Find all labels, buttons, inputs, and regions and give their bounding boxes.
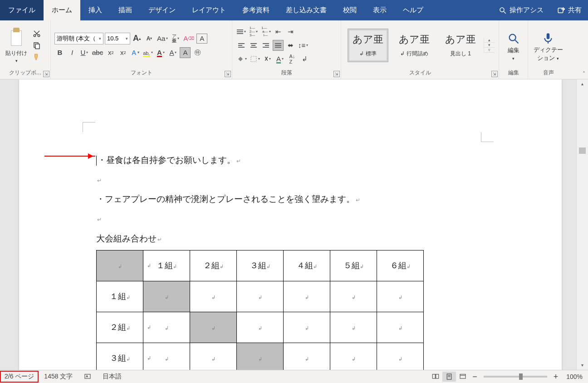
share-label[interactable]: 共有 xyxy=(568,6,582,15)
text-direction-button[interactable]: ☓ xyxy=(262,54,273,64)
tab-review[interactable]: 校閲 xyxy=(335,0,365,20)
proofing-icon[interactable] xyxy=(78,370,97,383)
svg-rect-13 xyxy=(432,374,435,378)
circle-enclose-button[interactable]: ㊕ xyxy=(192,47,203,58)
decrease-indent-button[interactable]: ⇤ xyxy=(273,26,284,37)
style-no-spacing[interactable]: あア亜 ↲ 行間詰め xyxy=(394,29,435,62)
tab-layout[interactable]: レイアウト xyxy=(184,0,234,20)
styles-group-label: スタイル xyxy=(345,68,495,78)
italic-button[interactable]: I xyxy=(67,47,78,58)
paragraph-group-label: 段落 xyxy=(236,68,337,78)
shrink-font-button[interactable]: A▾ xyxy=(144,33,155,44)
distribute-button[interactable]: ⬌ xyxy=(285,40,296,51)
tab-file[interactable]: ファイル xyxy=(0,0,44,20)
numbering-button[interactable]: 1—2—3— xyxy=(248,26,259,37)
editing-button[interactable]: 編集▾ xyxy=(503,29,524,61)
share-icon[interactable] xyxy=(557,6,565,15)
paste-button[interactable]: 貼り付け ▾ xyxy=(4,27,29,64)
document-content[interactable]: ・昼食は各自持参でお願いします。 ・フェアプレーの精神で溌溂とプレーされることを… xyxy=(96,152,494,370)
char-shading-button[interactable]: A xyxy=(167,47,178,58)
superscript-button[interactable]: x2 xyxy=(118,47,128,58)
line-spacing-button[interactable]: ↕≡ xyxy=(297,40,309,51)
zoom-out-button[interactable]: − xyxy=(472,372,477,382)
copy-icon[interactable] xyxy=(32,41,42,50)
zoom-in-button[interactable]: + xyxy=(554,372,559,382)
increase-indent-button[interactable]: ⇥ xyxy=(285,26,296,37)
subscript-button[interactable]: x2 xyxy=(105,47,116,58)
scroll-down-button[interactable]: ▾ xyxy=(577,361,588,370)
align-justify-button[interactable] xyxy=(273,40,284,51)
dictate-button[interactable]: ディクテー ション ▾ xyxy=(532,29,564,62)
underline-button[interactable]: U xyxy=(79,47,90,58)
tab-view[interactable]: 表示 xyxy=(365,0,395,20)
collapse-ribbon-button[interactable]: ˄ xyxy=(583,71,585,77)
bracket-table[interactable]: ↲↲ １組↲ ２組↲ ３組↲ ４組↲ ５組↲ ６組↲ １組↲↲ ↲↲↲↲↲↲ ２… xyxy=(96,250,424,370)
empty-para-2 xyxy=(96,211,494,226)
asian-layout-button[interactable]: A xyxy=(274,54,285,64)
show-marks-button[interactable]: ↲ xyxy=(299,54,310,64)
paste-icon xyxy=(8,28,24,48)
text-effects-button[interactable]: A xyxy=(130,47,141,58)
word-count[interactable]: 1458 文字 xyxy=(39,370,78,383)
svg-rect-18 xyxy=(460,374,466,378)
document-area[interactable]: ・昼食は各自持参でお願いします。 ・フェアプレーの精神で溌溂とプレーされることを… xyxy=(0,79,576,370)
tab-mailings[interactable]: 差し込み文書 xyxy=(278,0,335,20)
zoom-level[interactable]: 100% xyxy=(561,370,588,383)
language-indicator[interactable]: 日本語 xyxy=(97,370,127,383)
page-indicator[interactable]: 2/6 ページ xyxy=(0,371,39,383)
font-size-combo[interactable]: 10.5▾ xyxy=(105,33,130,44)
borders-button[interactable] xyxy=(249,54,261,64)
margin-corner-tr xyxy=(481,132,494,142)
scroll-up-button[interactable]: ▴ xyxy=(577,79,588,88)
table-row: ３組↲↲ ↲↲↲↲↲↲ xyxy=(97,343,424,370)
vertical-scrollbar[interactable]: ▴ ▾ xyxy=(576,79,588,370)
table-header-row: ↲↲ １組↲ ２組↲ ３組↲ ４組↲ ５組↲ ６組↲ xyxy=(97,250,424,281)
style-heading1[interactable]: あア亜 見出し 1 xyxy=(440,29,481,62)
char-border-button[interactable]: A xyxy=(180,47,191,58)
tab-insert[interactable]: 挿入 xyxy=(80,0,110,20)
tell-me-label[interactable]: 操作アシス xyxy=(510,6,544,15)
read-mode-button[interactable] xyxy=(429,372,442,382)
zoom-slider[interactable] xyxy=(484,376,547,378)
format-painter-icon[interactable] xyxy=(32,53,42,62)
search-icon[interactable] xyxy=(499,6,507,15)
clipboard-launcher[interactable]: ⇲ xyxy=(43,71,49,77)
font-color-button[interactable]: A xyxy=(155,47,166,58)
svg-rect-7 xyxy=(251,56,256,62)
change-case-button[interactable]: Aa xyxy=(156,33,169,44)
svg-line-9 xyxy=(515,40,518,44)
shading-button[interactable] xyxy=(236,54,248,64)
paragraph-launcher[interactable]: ⇲ xyxy=(333,71,340,77)
align-right-button[interactable] xyxy=(260,40,271,51)
bold-button[interactable]: B xyxy=(54,47,65,58)
align-left-button[interactable] xyxy=(236,40,247,51)
highlight-button[interactable]: ab꜀ xyxy=(142,47,154,58)
tab-help[interactable]: ヘルプ xyxy=(395,0,431,20)
bullets-button[interactable] xyxy=(236,26,247,37)
page[interactable]: ・昼食は各自持参でお願いします。 ・フェアプレーの精神で溌溂とプレーされることを… xyxy=(19,79,562,370)
font-name-combo[interactable]: 游明朝 (本文（▾ xyxy=(54,33,103,44)
styles-launcher[interactable]: ⇲ xyxy=(491,71,498,77)
font-launcher[interactable]: ⇲ xyxy=(225,71,231,77)
scroll-thumb[interactable] xyxy=(579,147,586,154)
web-layout-button[interactable] xyxy=(456,372,470,382)
strikethrough-button[interactable]: abc xyxy=(91,47,104,58)
style-normal[interactable]: あア亜 ↲ 標準 xyxy=(348,29,388,62)
grow-font-button[interactable]: A▴ xyxy=(132,33,142,44)
find-icon xyxy=(503,31,524,46)
tab-references[interactable]: 参考資料 xyxy=(234,0,278,20)
tab-draw[interactable]: 描画 xyxy=(110,0,140,20)
sort-button[interactable]: A↓Z xyxy=(287,54,298,64)
cut-icon[interactable] xyxy=(32,29,42,38)
mic-icon xyxy=(532,30,564,46)
phonetic-guide-button[interactable]: ア亜 xyxy=(170,33,181,44)
print-layout-button[interactable] xyxy=(442,372,456,382)
svg-rect-14 xyxy=(436,374,439,378)
tab-design[interactable]: デザイン xyxy=(140,0,184,20)
align-center-button[interactable] xyxy=(248,40,259,51)
styles-gallery-more[interactable]: ▴▾▿ xyxy=(484,38,495,53)
enclose-characters-button[interactable]: A xyxy=(196,34,207,44)
multilevel-list-button[interactable]: 1— a— i— xyxy=(260,26,272,37)
tab-home[interactable]: ホーム xyxy=(44,0,80,20)
clear-formatting-button[interactable]: A⌫ xyxy=(182,33,195,44)
